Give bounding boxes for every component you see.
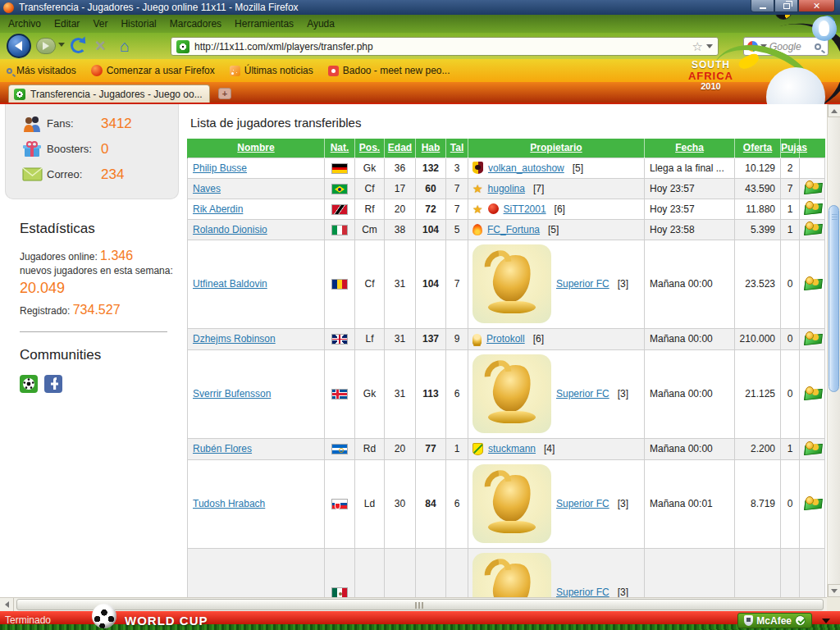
trophy-image <box>472 553 551 597</box>
forward-button[interactable] <box>36 38 56 54</box>
url-dropdown-arrow[interactable] <box>706 44 713 48</box>
menu-editar[interactable]: Editar <box>54 18 80 30</box>
close-button[interactable]: ✕ <box>798 0 835 12</box>
owner-link[interactable]: FC_Fortuna <box>487 224 540 235</box>
minimize-button[interactable] <box>751 0 774 12</box>
place-bid-money-icon[interactable] <box>803 276 822 290</box>
menu-historial[interactable]: Historial <box>121 18 156 30</box>
bids-cell: 1 <box>781 438 800 459</box>
column-header-pos[interactable]: Pos. <box>355 139 385 158</box>
column-header-oferta[interactable]: Oferta <box>735 139 781 158</box>
menu-ver[interactable]: Ver <box>93 18 107 30</box>
horizontal-scrollbar[interactable] <box>0 597 840 611</box>
owner-cell: volkan_autoshow[5] <box>468 158 645 178</box>
scroll-up-button[interactable] <box>828 104 840 117</box>
search-input[interactable] <box>769 41 812 52</box>
place-bid-money-icon[interactable] <box>803 496 822 509</box>
online-label: Jugadores online: <box>20 251 98 262</box>
bookmark-comenzar-firefox[interactable]: Comenzar a usar Firefox <box>91 65 215 76</box>
search-box <box>743 37 829 56</box>
column-header-pujas[interactable]: Pujas <box>781 139 800 158</box>
scroll-left-button[interactable] <box>0 598 14 611</box>
new-tab-button[interactable] <box>218 88 231 99</box>
player-name-link[interactable]: Tudosh Hrabach <box>193 498 265 509</box>
star-icon <box>472 203 483 215</box>
owner-link[interactable]: volkan_autoshow <box>488 162 564 174</box>
brazil-flag-icon <box>331 184 348 194</box>
skill-cell: 77 <box>416 438 446 459</box>
scroll-down-button[interactable] <box>828 584 840 597</box>
url-bar: ☆ <box>171 37 719 56</box>
player-name-link[interactable]: Rubén Flores <box>193 443 252 454</box>
facebook-icon[interactable] <box>44 375 62 396</box>
bid-cell <box>800 240 825 328</box>
bookmark-mas-visitados[interactable]: Más visitados <box>7 65 76 76</box>
owner-link[interactable]: Superior FC <box>556 587 609 597</box>
column-header-nat[interactable]: Nat. <box>325 139 355 158</box>
owner-link[interactable]: Superior FC <box>556 498 609 509</box>
owner-line: stuckmann[4] <box>468 441 644 457</box>
bookmark-badoo[interactable]: Badoo - meet new peo... <box>328 65 450 76</box>
column-header-nombre[interactable]: Nombre <box>188 139 325 158</box>
horizontal-scrollbar-thumb[interactable] <box>16 599 824 610</box>
google-engine-icon[interactable] <box>747 41 758 52</box>
soccer-community-icon[interactable] <box>20 375 38 396</box>
bookmark-ultimas-noticias[interactable]: Últimas noticias <box>230 65 313 76</box>
header-row: NombreNat.Pos.EdadHabTalPropietarioFecha… <box>188 139 825 158</box>
owner-link[interactable]: Protokoll <box>486 333 525 345</box>
mcafee-dropdown-arrow[interactable] <box>822 619 830 623</box>
place-bid-money-icon[interactable] <box>803 331 822 345</box>
vertical-scrollbar-thumb[interactable] <box>829 205 839 392</box>
owner-level: [5] <box>548 224 559 235</box>
back-button[interactable] <box>7 34 31 58</box>
refresh-button[interactable] <box>71 38 86 53</box>
owner-link[interactable]: stuckmann <box>488 443 536 454</box>
menu-ayuda[interactable]: Ayuda <box>307 18 335 30</box>
table-header: NombreNat.Pos.EdadHabTalPropietarioFecha… <box>188 139 825 158</box>
place-bid-money-icon[interactable] <box>803 201 822 214</box>
player-name-link[interactable]: Philip Busse <box>193 162 247 174</box>
owner-link[interactable]: Superior FC <box>556 388 609 399</box>
column-header-tal[interactable]: Tal <box>446 139 468 158</box>
menu-herramientas[interactable]: Herramientas <box>235 18 294 30</box>
place-bid-money-icon[interactable] <box>803 386 822 399</box>
date-cell: Mañana 00:00 <box>645 349 735 438</box>
owner-link[interactable]: Superior FC <box>556 278 609 290</box>
player-name-link[interactable]: Dzhejms Robinson <box>193 333 276 345</box>
talent-cell: 9 <box>446 328 468 349</box>
stop-button[interactable]: × <box>95 34 106 58</box>
globe-icon <box>819 16 835 31</box>
place-bid-money-icon[interactable] <box>803 180 822 194</box>
navigation-toolbar: × ⌂ ☆ <box>0 33 840 59</box>
engine-dropdown-arrow[interactable] <box>760 44 767 48</box>
player-name-link[interactable]: Rik Aberdin <box>193 203 243 215</box>
bookmarks-toolbar: Más visitados Comenzar a usar Firefox Úl… <box>0 59 840 82</box>
bookmark-star-icon[interactable]: ☆ <box>692 39 703 54</box>
place-bid-money-icon[interactable] <box>803 441 822 454</box>
owner-link[interactable]: SiTT2001 <box>504 203 546 215</box>
history-dropdown-arrow[interactable] <box>58 43 65 47</box>
menu-marcadores[interactable]: Marcadores <box>170 18 221 30</box>
column-header-hab[interactable]: Hab <box>416 139 446 158</box>
boosters-stat-row: Boosters: 0 <box>6 136 178 162</box>
player-name-link[interactable]: Sverrir Bufensson <box>193 388 271 399</box>
mcafee-badge[interactable]: McAfee <box>737 613 812 628</box>
offer-cell: 210.000 <box>735 328 781 349</box>
player-name-link[interactable]: Utfineat Baldovin <box>193 278 267 290</box>
owner-link[interactable]: hugolina <box>488 183 525 194</box>
url-input[interactable] <box>194 41 689 52</box>
column-header-fecha[interactable]: Fecha <box>645 139 735 158</box>
search-icon[interactable] <box>815 43 821 50</box>
place-bid-money-icon[interactable] <box>803 221 822 235</box>
column-header-propietario[interactable]: Propietario <box>468 139 645 158</box>
vertical-scrollbar[interactable] <box>827 104 840 597</box>
menu-archivo[interactable]: Archivo <box>8 18 41 30</box>
player-name-link[interactable]: Naves <box>193 183 221 194</box>
tab-transferencia[interactable]: Transferencia - Jugadores - Juego oo... <box>8 84 210 103</box>
rss-icon <box>230 66 240 76</box>
column-header-edad[interactable]: Edad <box>385 139 416 158</box>
nationality-cell <box>325 548 355 597</box>
player-name-link[interactable]: Rolando Dionisio <box>193 224 267 235</box>
home-button[interactable]: ⌂ <box>120 35 130 57</box>
restore-button[interactable] <box>774 0 798 12</box>
